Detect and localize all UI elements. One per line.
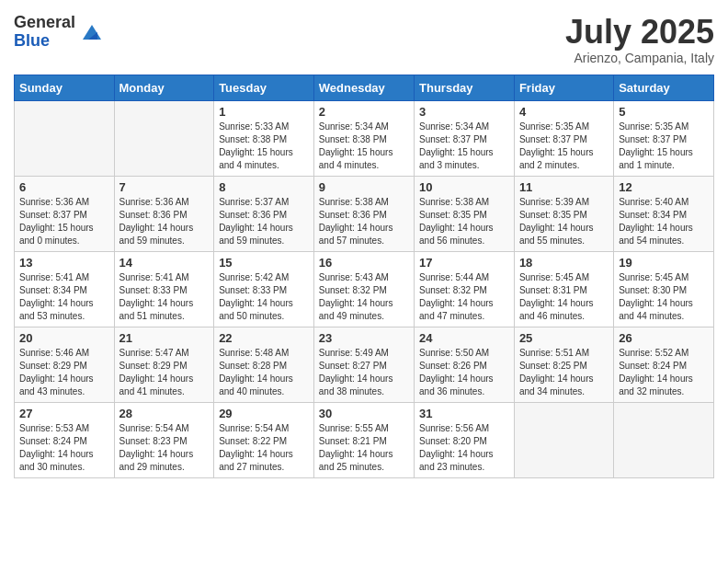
- page-header: General Blue July 2025 Arienzo, Campania…: [14, 14, 714, 65]
- day-number: 6: [19, 180, 109, 194]
- day-info: Sunrise: 5:45 AM Sunset: 8:31 PM Dayligh…: [519, 271, 609, 323]
- calendar-cell: 20Sunrise: 5:46 AM Sunset: 8:29 PM Dayli…: [15, 327, 115, 402]
- day-number: 3: [419, 105, 509, 119]
- weekday-header-friday: Friday: [514, 75, 613, 100]
- calendar-body: 1Sunrise: 5:33 AM Sunset: 8:38 PM Daylig…: [15, 100, 714, 477]
- logo: General Blue: [14, 14, 105, 51]
- day-number: 14: [119, 256, 210, 270]
- day-number: 28: [119, 407, 210, 420]
- calendar-cell: 3Sunrise: 5:34 AM Sunset: 8:37 PM Daylig…: [415, 100, 515, 176]
- day-info: Sunrise: 5:38 AM Sunset: 8:35 PM Dayligh…: [419, 196, 509, 247]
- day-info: Sunrise: 5:53 AM Sunset: 8:24 PM Dayligh…: [19, 422, 109, 474]
- day-number: 11: [519, 180, 609, 194]
- calendar-table: SundayMondayTuesdayWednesdayThursdayFrid…: [14, 75, 714, 478]
- day-info: Sunrise: 5:51 AM Sunset: 8:25 PM Dayligh…: [519, 347, 609, 398]
- day-info: Sunrise: 5:39 AM Sunset: 8:35 PM Dayligh…: [519, 196, 609, 247]
- calendar-week-row: 27Sunrise: 5:53 AM Sunset: 8:24 PM Dayli…: [15, 402, 714, 477]
- calendar-week-row: 6Sunrise: 5:36 AM Sunset: 8:37 PM Daylig…: [15, 176, 714, 251]
- day-info: Sunrise: 5:42 AM Sunset: 8:33 PM Dayligh…: [219, 271, 309, 323]
- day-number: 16: [319, 256, 409, 270]
- calendar-week-row: 20Sunrise: 5:46 AM Sunset: 8:29 PM Dayli…: [15, 327, 714, 402]
- day-number: 24: [419, 331, 509, 345]
- calendar-week-row: 1Sunrise: 5:33 AM Sunset: 8:38 PM Daylig…: [15, 100, 714, 176]
- weekday-header-tuesday: Tuesday: [214, 75, 314, 100]
- calendar-cell: 17Sunrise: 5:44 AM Sunset: 8:32 PM Dayli…: [415, 251, 515, 327]
- calendar-cell: 28Sunrise: 5:54 AM Sunset: 8:23 PM Dayli…: [114, 402, 214, 477]
- calendar-cell: 27Sunrise: 5:53 AM Sunset: 8:24 PM Dayli…: [15, 402, 115, 477]
- day-info: Sunrise: 5:41 AM Sunset: 8:34 PM Dayligh…: [19, 271, 109, 323]
- day-info: Sunrise: 5:48 AM Sunset: 8:28 PM Dayligh…: [219, 347, 309, 398]
- day-info: Sunrise: 5:55 AM Sunset: 8:21 PM Dayligh…: [319, 422, 409, 474]
- calendar-cell: 6Sunrise: 5:36 AM Sunset: 8:37 PM Daylig…: [15, 176, 115, 251]
- calendar-cell: [514, 402, 613, 477]
- day-number: 30: [319, 407, 409, 420]
- calendar-cell: 18Sunrise: 5:45 AM Sunset: 8:31 PM Dayli…: [514, 251, 613, 327]
- calendar-cell: 24Sunrise: 5:50 AM Sunset: 8:26 PM Dayli…: [415, 327, 515, 402]
- day-number: 25: [519, 331, 609, 345]
- day-number: 5: [619, 105, 709, 119]
- weekday-header-monday: Monday: [114, 75, 214, 100]
- day-info: Sunrise: 5:36 AM Sunset: 8:37 PM Dayligh…: [19, 196, 109, 247]
- day-info: Sunrise: 5:44 AM Sunset: 8:32 PM Dayligh…: [419, 271, 509, 323]
- calendar-cell: 9Sunrise: 5:38 AM Sunset: 8:36 PM Daylig…: [313, 176, 414, 251]
- day-info: Sunrise: 5:35 AM Sunset: 8:37 PM Dayligh…: [519, 121, 609, 172]
- day-info: Sunrise: 5:46 AM Sunset: 8:29 PM Dayligh…: [19, 347, 109, 398]
- calendar-cell: 30Sunrise: 5:55 AM Sunset: 8:21 PM Dayli…: [313, 402, 414, 477]
- day-number: 7: [119, 180, 210, 194]
- calendar-cell: 7Sunrise: 5:36 AM Sunset: 8:36 PM Daylig…: [114, 176, 214, 251]
- calendar-cell: 8Sunrise: 5:37 AM Sunset: 8:36 PM Daylig…: [214, 176, 314, 251]
- day-info: Sunrise: 5:34 AM Sunset: 8:37 PM Dayligh…: [419, 121, 509, 172]
- day-info: Sunrise: 5:33 AM Sunset: 8:38 PM Dayligh…: [219, 121, 309, 172]
- day-info: Sunrise: 5:56 AM Sunset: 8:20 PM Dayligh…: [419, 422, 509, 474]
- calendar-cell: 31Sunrise: 5:56 AM Sunset: 8:20 PM Dayli…: [415, 402, 515, 477]
- day-number: 1: [219, 105, 309, 119]
- calendar-cell: 4Sunrise: 5:35 AM Sunset: 8:37 PM Daylig…: [514, 100, 613, 176]
- day-info: Sunrise: 5:34 AM Sunset: 8:38 PM Dayligh…: [319, 121, 409, 172]
- calendar-cell: [114, 100, 214, 176]
- calendar-cell: 1Sunrise: 5:33 AM Sunset: 8:38 PM Daylig…: [214, 100, 314, 176]
- month-title: July 2025: [565, 14, 714, 51]
- calendar-cell: 26Sunrise: 5:52 AM Sunset: 8:24 PM Dayli…: [614, 327, 714, 402]
- calendar-cell: 10Sunrise: 5:38 AM Sunset: 8:35 PM Dayli…: [415, 176, 515, 251]
- day-number: 12: [619, 180, 709, 194]
- logo-general: General: [14, 14, 75, 32]
- day-number: 21: [119, 331, 210, 345]
- day-info: Sunrise: 5:45 AM Sunset: 8:30 PM Dayligh…: [619, 271, 709, 323]
- logo-icon: [79, 19, 105, 45]
- calendar-cell: 16Sunrise: 5:43 AM Sunset: 8:32 PM Dayli…: [313, 251, 414, 327]
- calendar-cell: 19Sunrise: 5:45 AM Sunset: 8:30 PM Dayli…: [614, 251, 714, 327]
- day-number: 8: [219, 180, 309, 194]
- day-number: 13: [19, 256, 109, 270]
- day-number: 4: [519, 105, 609, 119]
- calendar-cell: 2Sunrise: 5:34 AM Sunset: 8:38 PM Daylig…: [313, 100, 414, 176]
- day-info: Sunrise: 5:50 AM Sunset: 8:26 PM Dayligh…: [419, 347, 509, 398]
- day-info: Sunrise: 5:36 AM Sunset: 8:36 PM Dayligh…: [119, 196, 210, 247]
- day-number: 31: [419, 407, 509, 420]
- day-number: 2: [319, 105, 409, 119]
- day-info: Sunrise: 5:40 AM Sunset: 8:34 PM Dayligh…: [619, 196, 709, 247]
- calendar-cell: 23Sunrise: 5:49 AM Sunset: 8:27 PM Dayli…: [313, 327, 414, 402]
- day-number: 27: [19, 407, 109, 420]
- day-number: 26: [619, 331, 709, 345]
- day-info: Sunrise: 5:37 AM Sunset: 8:36 PM Dayligh…: [219, 196, 309, 247]
- calendar-cell: [614, 402, 714, 477]
- day-number: 9: [319, 180, 409, 194]
- calendar-cell: 12Sunrise: 5:40 AM Sunset: 8:34 PM Dayli…: [614, 176, 714, 251]
- weekday-header-row: SundayMondayTuesdayWednesdayThursdayFrid…: [15, 75, 714, 100]
- day-number: 29: [219, 407, 309, 420]
- calendar-cell: 22Sunrise: 5:48 AM Sunset: 8:28 PM Dayli…: [214, 327, 314, 402]
- calendar-cell: 5Sunrise: 5:35 AM Sunset: 8:37 PM Daylig…: [614, 100, 714, 176]
- calendar-cell: 21Sunrise: 5:47 AM Sunset: 8:29 PM Dayli…: [114, 327, 214, 402]
- calendar-cell: [15, 100, 115, 176]
- day-info: Sunrise: 5:52 AM Sunset: 8:24 PM Dayligh…: [619, 347, 709, 398]
- calendar-cell: 14Sunrise: 5:41 AM Sunset: 8:33 PM Dayli…: [114, 251, 214, 327]
- day-info: Sunrise: 5:38 AM Sunset: 8:36 PM Dayligh…: [319, 196, 409, 247]
- logo-blue: Blue: [14, 32, 75, 51]
- day-number: 18: [519, 256, 609, 270]
- weekday-header-wednesday: Wednesday: [313, 75, 414, 100]
- day-number: 23: [319, 331, 409, 345]
- calendar-cell: 13Sunrise: 5:41 AM Sunset: 8:34 PM Dayli…: [15, 251, 115, 327]
- day-info: Sunrise: 5:41 AM Sunset: 8:33 PM Dayligh…: [119, 271, 210, 323]
- day-info: Sunrise: 5:47 AM Sunset: 8:29 PM Dayligh…: [119, 347, 210, 398]
- location: Arienzo, Campania, Italy: [565, 51, 714, 65]
